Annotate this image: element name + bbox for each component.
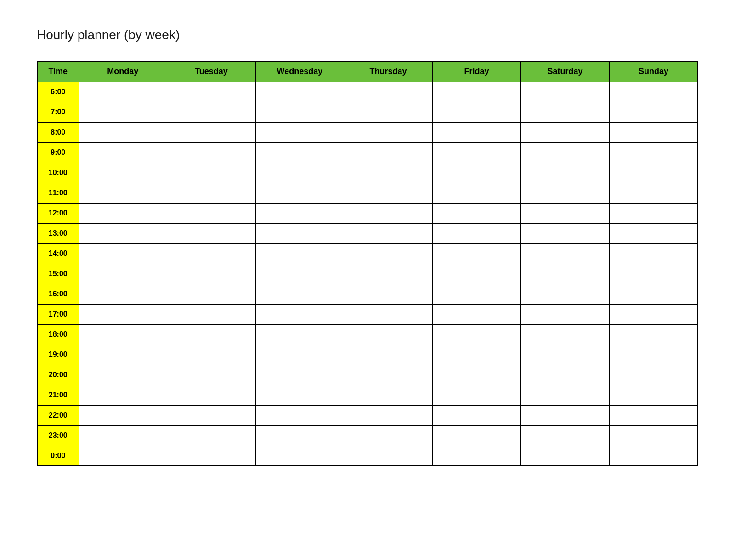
day-cell[interactable] <box>255 183 344 203</box>
day-cell[interactable] <box>609 446 698 466</box>
day-cell[interactable] <box>432 405 521 425</box>
day-cell[interactable] <box>521 142 610 163</box>
day-cell[interactable] <box>609 345 698 365</box>
day-cell[interactable] <box>432 142 521 163</box>
day-cell[interactable] <box>79 102 167 122</box>
day-cell[interactable] <box>344 365 433 385</box>
day-cell[interactable] <box>344 264 433 284</box>
day-cell[interactable] <box>79 203 167 223</box>
day-cell[interactable] <box>255 446 344 466</box>
day-cell[interactable] <box>79 304 167 324</box>
day-cell[interactable] <box>79 345 167 365</box>
day-cell[interactable] <box>521 102 610 122</box>
day-cell[interactable] <box>79 365 167 385</box>
day-cell[interactable] <box>79 405 167 425</box>
day-cell[interactable] <box>79 223 167 243</box>
day-cell[interactable] <box>609 183 698 203</box>
day-cell[interactable] <box>432 446 521 466</box>
day-cell[interactable] <box>167 163 256 183</box>
day-cell[interactable] <box>167 203 256 223</box>
day-cell[interactable] <box>167 183 256 203</box>
day-cell[interactable] <box>167 122 256 142</box>
day-cell[interactable] <box>432 324 521 345</box>
day-cell[interactable] <box>521 82 610 102</box>
day-cell[interactable] <box>255 284 344 304</box>
day-cell[interactable] <box>79 243 167 264</box>
day-cell[interactable] <box>79 142 167 163</box>
day-cell[interactable] <box>167 102 256 122</box>
day-cell[interactable] <box>609 304 698 324</box>
day-cell[interactable] <box>344 304 433 324</box>
day-cell[interactable] <box>521 223 610 243</box>
day-cell[interactable] <box>432 365 521 385</box>
day-cell[interactable] <box>255 365 344 385</box>
day-cell[interactable] <box>344 102 433 122</box>
day-cell[interactable] <box>609 365 698 385</box>
day-cell[interactable] <box>432 264 521 284</box>
day-cell[interactable] <box>255 385 344 405</box>
day-cell[interactable] <box>344 223 433 243</box>
day-cell[interactable] <box>344 203 433 223</box>
day-cell[interactable] <box>432 122 521 142</box>
day-cell[interactable] <box>521 203 610 223</box>
day-cell[interactable] <box>609 405 698 425</box>
day-cell[interactable] <box>79 284 167 304</box>
day-cell[interactable] <box>521 446 610 466</box>
day-cell[interactable] <box>167 385 256 405</box>
day-cell[interactable] <box>609 102 698 122</box>
day-cell[interactable] <box>609 142 698 163</box>
day-cell[interactable] <box>79 446 167 466</box>
day-cell[interactable] <box>344 142 433 163</box>
day-cell[interactable] <box>255 102 344 122</box>
day-cell[interactable] <box>255 223 344 243</box>
day-cell[interactable] <box>432 102 521 122</box>
day-cell[interactable] <box>79 324 167 345</box>
day-cell[interactable] <box>344 243 433 264</box>
day-cell[interactable] <box>344 385 433 405</box>
day-cell[interactable] <box>255 142 344 163</box>
day-cell[interactable] <box>609 284 698 304</box>
day-cell[interactable] <box>344 284 433 304</box>
day-cell[interactable] <box>609 324 698 345</box>
day-cell[interactable] <box>609 163 698 183</box>
day-cell[interactable] <box>432 345 521 365</box>
day-cell[interactable] <box>167 405 256 425</box>
day-cell[interactable] <box>167 142 256 163</box>
day-cell[interactable] <box>255 243 344 264</box>
day-cell[interactable] <box>344 324 433 345</box>
day-cell[interactable] <box>432 82 521 102</box>
day-cell[interactable] <box>255 425 344 446</box>
day-cell[interactable] <box>432 243 521 264</box>
day-cell[interactable] <box>344 163 433 183</box>
day-cell[interactable] <box>521 183 610 203</box>
day-cell[interactable] <box>255 82 344 102</box>
day-cell[interactable] <box>255 203 344 223</box>
day-cell[interactable] <box>167 223 256 243</box>
day-cell[interactable] <box>79 385 167 405</box>
day-cell[interactable] <box>79 264 167 284</box>
day-cell[interactable] <box>255 324 344 345</box>
day-cell[interactable] <box>521 122 610 142</box>
day-cell[interactable] <box>167 425 256 446</box>
day-cell[interactable] <box>344 345 433 365</box>
day-cell[interactable] <box>344 425 433 446</box>
day-cell[interactable] <box>167 284 256 304</box>
day-cell[interactable] <box>609 122 698 142</box>
day-cell[interactable] <box>167 324 256 345</box>
day-cell[interactable] <box>521 163 610 183</box>
day-cell[interactable] <box>432 284 521 304</box>
day-cell[interactable] <box>521 405 610 425</box>
day-cell[interactable] <box>79 163 167 183</box>
day-cell[interactable] <box>255 264 344 284</box>
day-cell[interactable] <box>521 345 610 365</box>
day-cell[interactable] <box>432 183 521 203</box>
day-cell[interactable] <box>432 163 521 183</box>
day-cell[interactable] <box>521 324 610 345</box>
day-cell[interactable] <box>167 365 256 385</box>
day-cell[interactable] <box>167 243 256 264</box>
day-cell[interactable] <box>432 223 521 243</box>
day-cell[interactable] <box>255 163 344 183</box>
day-cell[interactable] <box>432 203 521 223</box>
day-cell[interactable] <box>167 345 256 365</box>
day-cell[interactable] <box>344 446 433 466</box>
